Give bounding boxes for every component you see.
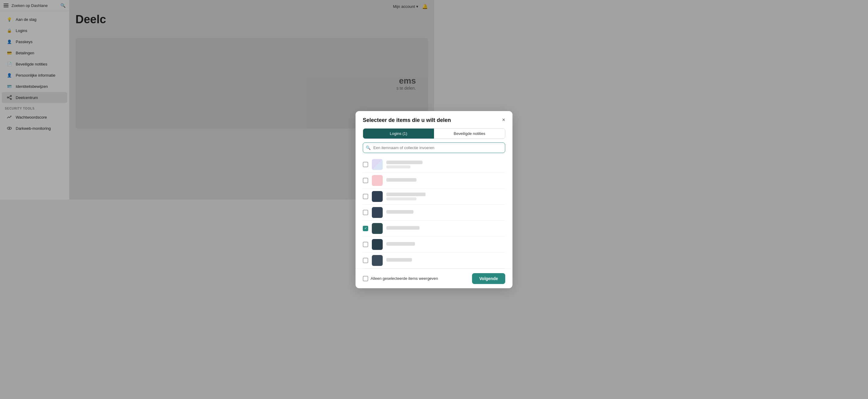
- list-item: [363, 189, 434, 200]
- modal-tabs: Logins (1) Beveiligde notities: [363, 128, 434, 139]
- modal-dialog: Selecteer de items die u wilt delen × Lo…: [355, 111, 434, 200]
- item-name-bar: [386, 192, 426, 196]
- search-input[interactable]: [363, 143, 434, 153]
- tab-logins[interactable]: Logins (1): [363, 129, 434, 139]
- list-item: [363, 173, 434, 189]
- item-name-bar: [386, 160, 423, 164]
- search-icon: 🔍: [366, 146, 371, 150]
- modal-header: Selecteer de items die u wilt delen ×: [355, 111, 434, 123]
- item-checkbox[interactable]: [363, 162, 368, 167]
- item-sub-bar: [386, 165, 410, 168]
- item-name-bar: [386, 178, 416, 182]
- item-favicon: [372, 159, 383, 170]
- modal-overlay: Selecteer de items die u wilt delen × Lo…: [0, 0, 434, 200]
- item-sub-bar: [386, 197, 416, 200]
- item-info: [386, 178, 434, 183]
- item-favicon: [372, 175, 383, 186]
- item-checkbox[interactable]: [363, 178, 368, 183]
- item-info: [386, 160, 434, 168]
- item-info: [386, 192, 434, 200]
- list-item: [363, 157, 434, 173]
- modal-title: Selecteer de items die u wilt delen: [363, 117, 434, 123]
- item-checkbox[interactable]: [363, 194, 368, 199]
- item-favicon: [372, 191, 383, 200]
- modal-items-list: [355, 157, 434, 200]
- modal-search-area: 🔍: [363, 143, 434, 153]
